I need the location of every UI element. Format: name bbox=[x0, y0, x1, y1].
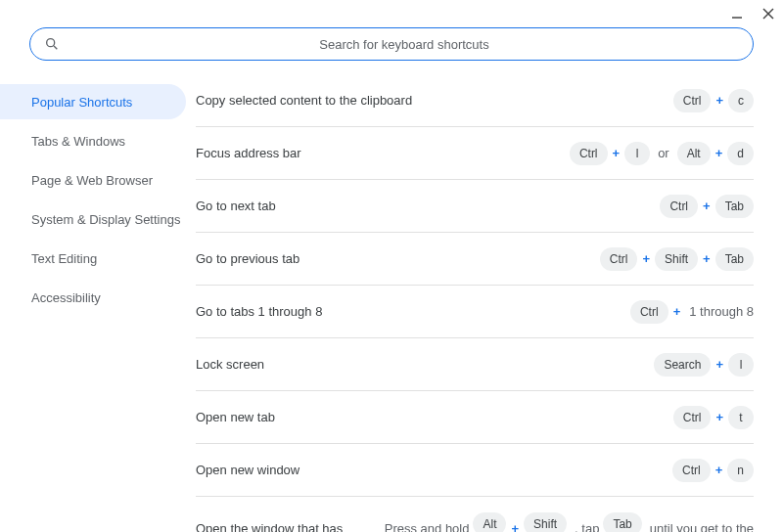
shortcut-description: Go to tabs 1 through 8 bbox=[196, 304, 630, 319]
shortcut-row: Open new windowCtrl+n bbox=[196, 444, 754, 497]
sidebar: Popular Shortcuts Tabs & Windows Page & … bbox=[0, 74, 196, 532]
shortcut-description: Focus address bar bbox=[196, 146, 570, 160]
sidebar-item-text-editing[interactable]: Text Editing bbox=[0, 241, 186, 276]
title-bar bbox=[0, 0, 783, 27]
keycap: l bbox=[728, 353, 754, 377]
shortcut-keys: Ctrl+1 through 8 bbox=[630, 300, 754, 324]
shortcut-list: Copy selected content to the clipboardCt… bbox=[196, 74, 783, 532]
key-separator: + bbox=[510, 521, 520, 532]
search-wrap bbox=[0, 27, 783, 74]
shortcut-row: Go to previous tabCtrl+Shift+Tab bbox=[196, 233, 754, 286]
key-text: until you get to the bbox=[646, 521, 754, 532]
shortcut-keys: Ctrl+c bbox=[673, 89, 754, 112]
key-separator: + bbox=[702, 251, 712, 266]
shortcut-row: Copy selected content to the clipboardCt… bbox=[196, 74, 754, 127]
keycap: Tab bbox=[603, 512, 641, 532]
shortcut-description: Open new tab bbox=[196, 410, 673, 424]
keycap: c bbox=[728, 89, 754, 112]
keycap: Tab bbox=[715, 247, 754, 271]
shortcut-row: Go to next tabCtrl+Tab bbox=[196, 180, 754, 233]
sidebar-item-accessibility[interactable]: Accessibility bbox=[0, 280, 186, 315]
shortcut-description: Copy selected content to the clipboard bbox=[196, 93, 673, 108]
shortcut-keys: Ctrl+lorAlt+d bbox=[570, 142, 754, 165]
keycap: Shift bbox=[524, 512, 567, 532]
key-text: , tap bbox=[571, 521, 599, 532]
shortcut-row: Go to tabs 1 through 8Ctrl+1 through 8 bbox=[196, 286, 754, 338]
keycap: d bbox=[727, 142, 754, 165]
sidebar-item-label: Page & Web Browser bbox=[31, 173, 153, 188]
shortcut-description: Go to next tab bbox=[196, 199, 660, 213]
sidebar-item-label: Accessibility bbox=[31, 290, 101, 305]
keycap: Alt bbox=[473, 512, 506, 532]
key-separator: + bbox=[641, 251, 651, 266]
keycap: Alt bbox=[677, 142, 711, 165]
key-separator: + bbox=[672, 304, 682, 319]
key-separator: + bbox=[714, 93, 724, 108]
keycap: t bbox=[728, 406, 754, 429]
shortcut-description: Open new window bbox=[196, 463, 672, 477]
keycap: Ctrl bbox=[673, 406, 712, 429]
sidebar-item-label: Text Editing bbox=[31, 251, 97, 266]
svg-line-4 bbox=[54, 46, 57, 49]
shortcut-row: Open the window that hasPress and holdAl… bbox=[196, 497, 754, 532]
search-box[interactable] bbox=[29, 27, 754, 61]
sidebar-item-popular-shortcuts[interactable]: Popular Shortcuts bbox=[0, 84, 186, 119]
shortcut-row: Lock screenSearch+l bbox=[196, 338, 754, 391]
key-separator: + bbox=[714, 146, 724, 160]
shortcut-description: Go to previous tab bbox=[196, 251, 600, 266]
svg-point-3 bbox=[47, 39, 55, 47]
key-or: or bbox=[654, 146, 673, 160]
shortcut-keys: Ctrl+Tab bbox=[660, 195, 754, 218]
sidebar-item-tabs-windows[interactable]: Tabs & Windows bbox=[0, 123, 186, 158]
shortcut-row: Focus address barCtrl+lorAlt+d bbox=[196, 127, 754, 180]
keycap: Ctrl bbox=[672, 459, 711, 482]
shortcut-keys: Search+l bbox=[654, 353, 754, 377]
shortcut-row: Open new tabCtrl+t bbox=[196, 391, 754, 444]
shortcut-keys: Ctrl+Shift+Tab bbox=[600, 247, 754, 271]
search-icon bbox=[44, 36, 60, 52]
minimize-icon bbox=[731, 8, 743, 20]
sidebar-item-label: Tabs & Windows bbox=[31, 134, 125, 149]
keycap: Ctrl bbox=[630, 300, 668, 324]
key-text: 1 through 8 bbox=[685, 304, 754, 319]
sidebar-item-label: System & Display Settings bbox=[31, 212, 180, 227]
shortcut-keys: Ctrl+t bbox=[673, 406, 754, 429]
keycap: Shift bbox=[655, 247, 698, 271]
minimize-button[interactable] bbox=[728, 5, 746, 22]
keycap: l bbox=[624, 142, 650, 165]
shortcut-keys: Press and holdAlt+Shift, tapTabuntil you… bbox=[381, 512, 754, 532]
search-input[interactable] bbox=[69, 37, 739, 52]
key-separator: + bbox=[714, 463, 724, 477]
shortcut-keys: Ctrl+n bbox=[672, 459, 754, 482]
shortcut-description: Lock screen bbox=[196, 357, 654, 372]
keycap: Search bbox=[654, 353, 711, 377]
sidebar-item-page-web-browser[interactable]: Page & Web Browser bbox=[0, 162, 186, 198]
keycap: Ctrl bbox=[660, 195, 698, 218]
close-button[interactable] bbox=[760, 5, 777, 22]
shortcut-description: Open the window that has bbox=[196, 521, 381, 532]
keycap: Tab bbox=[715, 195, 754, 218]
key-text: Press and hold bbox=[381, 521, 470, 532]
keycap: Ctrl bbox=[673, 89, 712, 112]
keycap: Ctrl bbox=[570, 142, 608, 165]
sidebar-item-system-display[interactable]: System & Display Settings bbox=[0, 201, 186, 237]
key-separator: + bbox=[714, 410, 724, 424]
keycap: n bbox=[727, 459, 754, 482]
key-separator: + bbox=[702, 199, 712, 213]
key-separator: + bbox=[612, 146, 622, 160]
close-icon bbox=[762, 8, 774, 20]
keycap: Ctrl bbox=[600, 247, 638, 271]
sidebar-item-label: Popular Shortcuts bbox=[31, 95, 132, 110]
key-separator: + bbox=[714, 357, 724, 372]
